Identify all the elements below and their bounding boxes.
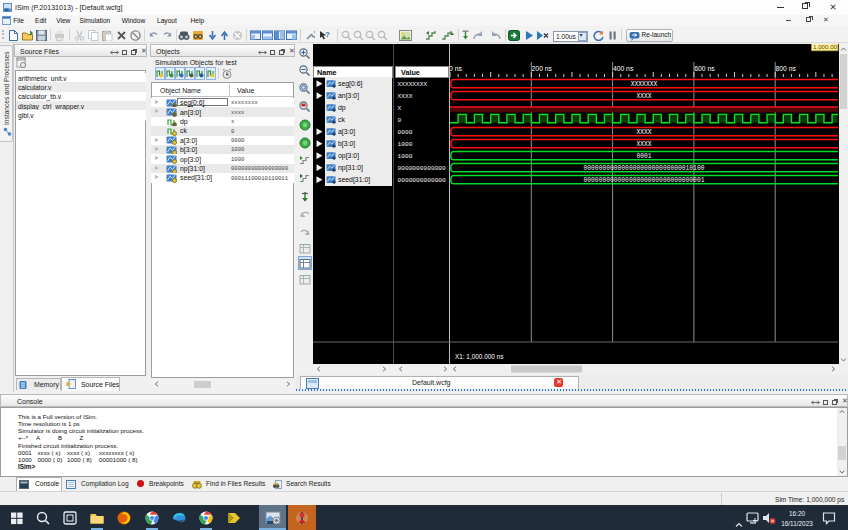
svg-text:XXXXXXXX: XXXXXXXX [398,81,428,88]
svg-text:op[3:0]: op[3:0] [338,152,359,160]
svg-text:dp: dp [338,104,346,112]
svg-text:Name: Name [317,68,337,77]
svg-text:0: 0 [398,117,402,124]
svg-text:000000000000000000000000000000: 00000000000000000000000000000001 [584,177,705,184]
svg-text:200 ns: 200 ns [532,65,553,72]
svg-text:800 ns: 800 ns [776,65,797,72]
svg-text:0000: 0000 [398,129,413,136]
svg-text:seed[31:0]: seed[31:0] [338,176,370,184]
svg-text:000000000000000000000000000101: 00000000000000000000000000010100 [584,165,705,172]
svg-text:16/11/2023: 16/11/2023 [781,520,813,527]
svg-text:0 ns: 0 ns [449,65,462,72]
svg-text:1000: 1000 [398,141,413,148]
svg-text:XXXXXXX: XXXXXXX [631,81,658,88]
svg-text:np[31:0]: np[31:0] [338,164,363,172]
svg-text:XXXX: XXXX [636,93,651,100]
svg-text:?: ? [325,30,330,39]
svg-text:XXXX: XXXX [636,129,651,136]
svg-text:X1: 1,000.000 ns: X1: 1,000.000 ns [455,353,503,360]
svg-text:XXXX: XXXX [398,93,413,100]
svg-text:16:20: 16:20 [789,510,805,517]
svg-text:0000000000000: 0000000000000 [398,165,447,172]
svg-text:seg[0:6]: seg[0:6] [338,80,363,88]
svg-text:XXXX: XXXX [636,141,651,148]
svg-text:1000: 1000 [398,153,413,160]
svg-text:0000000000000: 0000000000000 [398,177,447,184]
svg-text:600 ns: 600 ns [694,65,715,72]
svg-text:b[3:0]: b[3:0] [338,140,355,148]
svg-text:an[3:0]: an[3:0] [338,92,359,100]
svg-text:Value: Value [401,68,420,77]
svg-text:400 ns: 400 ns [613,65,634,72]
svg-text:a[3:0]: a[3:0] [338,128,355,136]
svg-text:1,000.00: 1,000.00 [813,44,838,50]
svg-text:0001: 0001 [636,153,651,160]
svg-text:X: X [398,105,402,112]
svg-text:ck: ck [338,116,345,123]
